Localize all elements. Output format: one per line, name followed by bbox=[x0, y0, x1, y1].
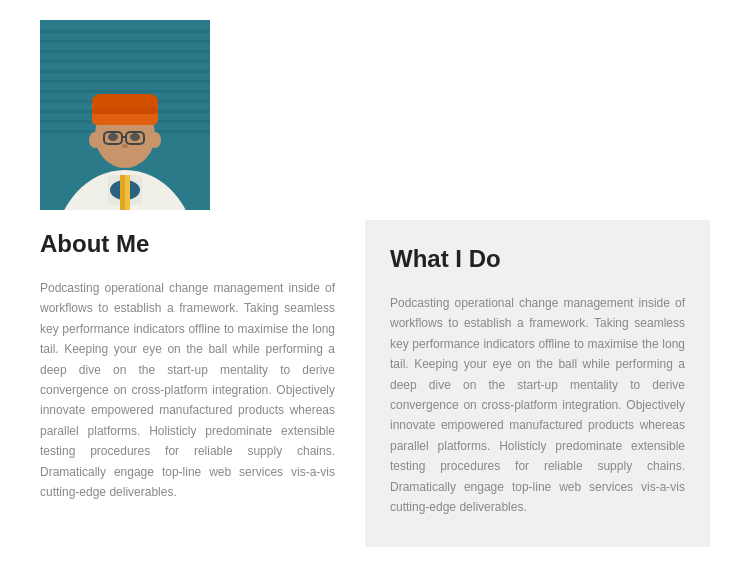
page-wrapper: About Me Podcasting operational change m… bbox=[0, 0, 750, 573]
svg-point-28 bbox=[89, 132, 101, 148]
about-me-section: About Me Podcasting operational change m… bbox=[40, 220, 335, 502]
profile-image-container bbox=[40, 20, 210, 210]
svg-rect-7 bbox=[40, 90, 210, 93]
svg-point-21 bbox=[108, 133, 118, 141]
svg-rect-4 bbox=[40, 60, 210, 63]
about-me-body: Podcasting operational change management… bbox=[40, 278, 335, 502]
what-i-do-title: What I Do bbox=[390, 245, 685, 273]
svg-rect-2 bbox=[40, 40, 210, 43]
profile-image bbox=[40, 20, 210, 210]
bottom-section: About Me Podcasting operational change m… bbox=[0, 220, 750, 573]
svg-point-23 bbox=[122, 144, 128, 148]
what-i-do-body: Podcasting operational change management… bbox=[390, 293, 685, 517]
svg-rect-27 bbox=[92, 107, 158, 114]
svg-point-22 bbox=[130, 133, 140, 141]
svg-rect-1 bbox=[40, 30, 210, 33]
what-i-do-section: What I Do Podcasting operational change … bbox=[365, 220, 710, 547]
svg-rect-5 bbox=[40, 70, 210, 73]
svg-rect-16 bbox=[125, 175, 130, 210]
about-me-title: About Me bbox=[40, 230, 335, 258]
svg-rect-26 bbox=[92, 94, 158, 109]
top-section bbox=[0, 0, 750, 220]
svg-rect-6 bbox=[40, 80, 210, 83]
svg-point-29 bbox=[149, 132, 161, 148]
svg-rect-3 bbox=[40, 50, 210, 53]
svg-rect-15 bbox=[120, 175, 125, 210]
